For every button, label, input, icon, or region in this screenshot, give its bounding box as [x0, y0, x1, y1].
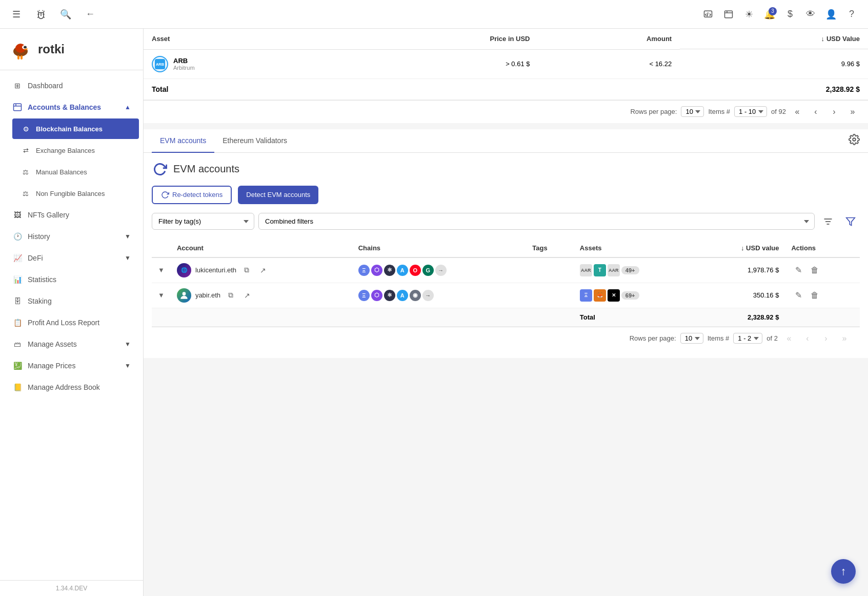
- delete-account-2-button[interactable]: 🗑: [808, 288, 822, 303]
- app-name: rotki: [38, 42, 65, 56]
- first-page-button[interactable]: «: [790, 105, 804, 119]
- scroll-to-top-button[interactable]: ↑: [831, 559, 856, 584]
- history-icon: 🕐: [12, 231, 23, 242]
- items-label: Items #: [708, 108, 730, 115]
- asset-eth-2: Ξ: [580, 289, 592, 302]
- redetect-tokens-button[interactable]: Re-detect tokens: [152, 186, 232, 204]
- sidebar-label-accounts: Accounts & Balances: [28, 103, 119, 111]
- sidebar-item-dashboard[interactable]: ⊞ Dashboard: [4, 75, 139, 96]
- code-icon[interactable]: [700, 6, 716, 23]
- dollar-icon[interactable]: $: [782, 6, 798, 23]
- assets-cell-1: AAR T AAR 49+: [574, 257, 698, 283]
- assets-plus-badge-2[interactable]: 69+: [621, 291, 639, 300]
- usd-value-2: 350.16 $: [698, 283, 785, 308]
- last-page-button[interactable]: »: [845, 105, 860, 119]
- row-expand-1[interactable]: ▼: [152, 257, 171, 283]
- asset-col-header: Asset: [144, 29, 346, 49]
- tab-settings-icon[interactable]: [849, 134, 860, 148]
- of-total: of 92: [771, 108, 786, 115]
- evm-refresh-icon[interactable]: [152, 161, 168, 177]
- filter-combined-select[interactable]: Combined filters: [258, 213, 815, 230]
- svg-point-5: [24, 46, 27, 49]
- tab-evm-accounts[interactable]: EVM accounts: [152, 129, 214, 153]
- sidebar-sub-accounts: ⊙ Blockchain Balances ⇄ Exchange Balance…: [0, 118, 143, 204]
- detect-evm-accounts-button[interactable]: Detect EVM accounts: [238, 186, 318, 204]
- sidebar-item-manage-assets[interactable]: 🗃 Manage Assets ▼: [4, 334, 139, 354]
- accounts-first-page-button[interactable]: «: [782, 331, 796, 346]
- asset-price: > 0.61 $: [346, 49, 538, 78]
- app-shell: rotki ⊞ Dashboard Accounts & Balances ▲ …: [0, 0, 868, 596]
- filter-sort-icon[interactable]: [819, 212, 837, 231]
- expand-col-header: [152, 239, 171, 257]
- next-page-button[interactable]: ›: [827, 105, 841, 119]
- filter-funnel-icon[interactable]: [841, 212, 860, 231]
- sidebar-label-address-book: Manage Address Book: [28, 383, 131, 391]
- delete-account-1-button[interactable]: 🗑: [808, 263, 822, 277]
- filter-tags-select[interactable]: Filter by tag(s): [152, 213, 254, 230]
- open-account-2-button[interactable]: ↗: [241, 289, 253, 302]
- edit-account-2-button[interactable]: ✎: [791, 288, 805, 303]
- book-icon: 📒: [12, 382, 23, 392]
- sidebar-item-manual-balances[interactable]: ⚖ Manual Balances: [12, 162, 139, 182]
- manage-assets-chevron-icon: ▼: [125, 341, 131, 348]
- tab-ethereum-validators[interactable]: Ethereum Validators: [214, 129, 295, 153]
- history-chevron-icon: ▼: [125, 233, 131, 240]
- sidebar-item-nonfungible-balances[interactable]: ⚖ Non Fungible Balances: [12, 183, 139, 204]
- total-value: 2,328.92 $: [680, 78, 868, 100]
- copy-account-1-button[interactable]: ⧉: [240, 264, 253, 276]
- logo-icon: [8, 37, 33, 62]
- filters-row: Filter by tag(s) Combined filters: [152, 212, 860, 231]
- chain-gnosis-icon: G: [422, 265, 434, 276]
- sidebar-item-address-book[interactable]: 📒 Manage Address Book: [4, 377, 139, 398]
- bug-icon[interactable]: [33, 6, 49, 23]
- sidebar-item-blockchain-balances[interactable]: ⊙ Blockchain Balances: [12, 118, 139, 139]
- copy-account-2-button[interactable]: ⧉: [225, 289, 237, 302]
- chain-cosmos-2-icon: ⚛: [384, 290, 395, 301]
- actions-2: ✎ 🗑: [785, 283, 860, 308]
- accounts-table: Account Chains Tags Assets ↓ USD value A…: [152, 239, 860, 327]
- assets-cell-2: Ξ 🦊 ✕ 69+: [574, 283, 698, 308]
- accounts-next-page-button[interactable]: ›: [819, 331, 833, 346]
- accounts-items-range-select[interactable]: 1 - 2: [733, 333, 762, 344]
- svg-rect-9: [14, 104, 22, 111]
- sidebar-item-exchange-balances[interactable]: ⇄ Exchange Balances: [12, 140, 139, 161]
- tags-cell-1: [526, 257, 574, 283]
- usd-sort-icon: ↓: [821, 35, 824, 43]
- usd-sort-arrow-icon: ↓: [741, 244, 746, 252]
- items-range-select[interactable]: 1 - 10: [734, 106, 767, 117]
- sidebar-item-history[interactable]: 🕐 History ▼: [4, 226, 139, 247]
- sidebar-item-defi[interactable]: 📈 DeFi ▼: [4, 248, 139, 268]
- assets-plus-badge-1[interactable]: 49+: [621, 266, 639, 274]
- open-account-1-button[interactable]: ↗: [257, 264, 269, 276]
- prev-page-button[interactable]: ‹: [809, 105, 823, 119]
- account-name-2: yabir.eth: [195, 291, 220, 299]
- rows-per-page-select[interactable]: 10 25 50: [681, 106, 704, 117]
- sidebar-item-statistics[interactable]: 📊 Statistics: [4, 269, 139, 290]
- accounts-prev-page-button[interactable]: ‹: [800, 331, 815, 346]
- help-icon[interactable]: ?: [843, 6, 860, 23]
- edit-account-1-button[interactable]: ✎: [791, 263, 805, 277]
- user-icon[interactable]: 👤: [823, 6, 839, 23]
- sidebar-item-profit-loss[interactable]: 📋 Profit And Loss Report: [4, 312, 139, 333]
- row-expand-2[interactable]: ▼: [152, 283, 171, 308]
- eye-icon[interactable]: 👁: [802, 6, 819, 23]
- sidebar-item-manage-prices[interactable]: 💹 Manage Prices ▼: [4, 355, 139, 376]
- evm-title-text: EVM accounts: [173, 163, 239, 175]
- account-cell-2: yabir.eth ⧉ ↗: [171, 283, 352, 308]
- theme-icon[interactable]: ☀: [741, 6, 757, 23]
- menu-icon[interactable]: ☰: [8, 6, 25, 23]
- sidebar-item-staking[interactable]: 🗄 Staking: [4, 291, 139, 311]
- search-icon[interactable]: 🔍: [57, 6, 74, 23]
- evm-title: EVM accounts: [152, 161, 860, 177]
- accounts-last-page-button[interactable]: »: [837, 331, 852, 346]
- notification-badge: 3: [769, 7, 777, 15]
- browser-icon[interactable]: [720, 6, 737, 23]
- chain-cosmos-icon: ⚛: [384, 265, 395, 276]
- sidebar-item-nfts-gallery[interactable]: 🖼 NFTs Gallery: [4, 205, 139, 225]
- defi-chevron-icon: ▼: [125, 254, 131, 262]
- back-icon[interactable]: ←: [82, 6, 98, 23]
- asset-x-2: ✕: [608, 289, 620, 302]
- notifications-icon[interactable]: 🔔 3: [761, 6, 778, 23]
- accounts-rows-per-page-select[interactable]: 10 25: [680, 333, 703, 344]
- sidebar-item-accounts-balances[interactable]: Accounts & Balances ▲: [4, 97, 139, 117]
